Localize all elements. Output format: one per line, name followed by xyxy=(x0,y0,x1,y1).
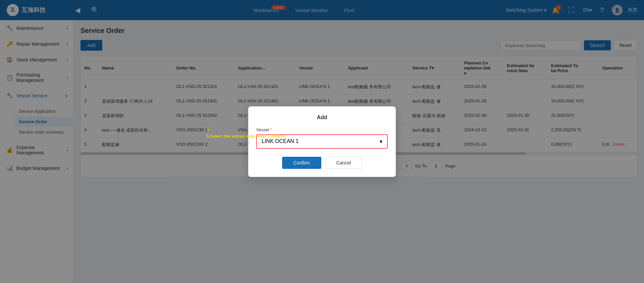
modal-buttons: Confirm Cancel xyxy=(256,157,388,169)
modal-title: Add xyxy=(256,114,388,121)
confirm-button[interactable]: Confirm xyxy=(282,157,321,169)
dropdown-chevron-icon: ▾ xyxy=(380,138,382,145)
add-modal: Add Vessel * LINK OCEAN 1 ▾ Confirm Canc… xyxy=(248,106,396,177)
annotation-text: ↓ 3.Select the vessel and click "Confirm… xyxy=(206,124,287,139)
vessel-selected-value: LINK OCEAN 1 xyxy=(262,138,299,144)
modal-overlay[interactable]: Add Vessel * LINK OCEAN 1 ▾ Confirm Canc… xyxy=(0,0,644,283)
cancel-button[interactable]: Cancel xyxy=(325,157,362,169)
